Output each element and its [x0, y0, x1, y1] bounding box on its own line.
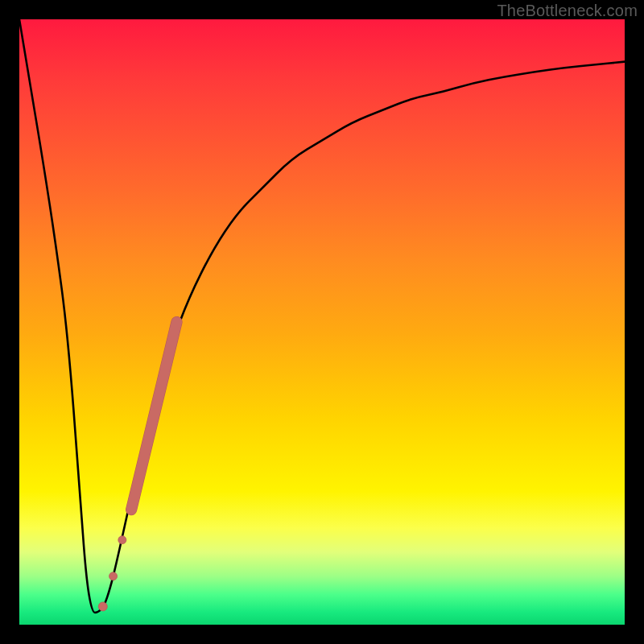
chart-frame: TheBottleneck.com	[0, 0, 644, 644]
marker-dot-2	[109, 572, 118, 580]
bottleneck-curve-path	[19, 19, 625, 613]
bottleneck-curve	[19, 19, 625, 613]
marker-segment	[131, 322, 176, 510]
marker-group	[98, 322, 176, 611]
marker-dot-1	[118, 536, 126, 544]
marker-dot-3	[98, 602, 107, 611]
watermark-text: TheBottleneck.com	[497, 2, 638, 20]
plot-area	[19, 19, 625, 625]
curve-layer	[19, 19, 625, 625]
